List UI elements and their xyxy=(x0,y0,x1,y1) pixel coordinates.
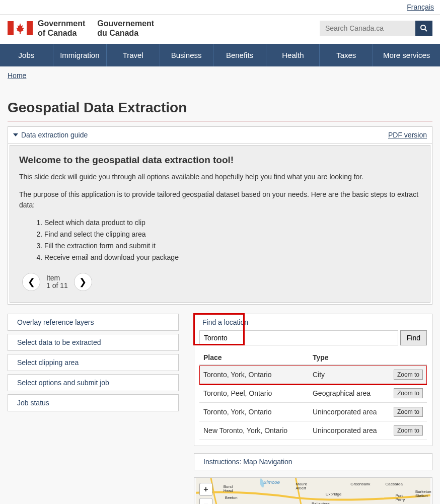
result-type: City xyxy=(309,366,382,384)
accordion-clipping[interactable]: Select clipping area xyxy=(8,354,179,371)
accordion-label: Select clipping area xyxy=(17,358,79,367)
map-svg: Simcoe Newmarket Vaughan Brampton Richmo… xyxy=(194,478,432,504)
instructions-label: Instructions: Map Navigation xyxy=(203,458,292,466)
result-row[interactable]: Toronto, York, Ontario City Zoom to xyxy=(199,366,427,384)
map-canvas[interactable]: + − xyxy=(194,477,432,504)
zoom-in-button[interactable]: + xyxy=(199,483,212,496)
chevron-down-icon xyxy=(13,133,18,136)
svg-text:Greenbank: Greenbank xyxy=(350,482,370,486)
guide-p1: This slide deck will guide you through a… xyxy=(19,172,421,182)
find-location-input[interactable] xyxy=(199,330,398,345)
nav-immigration[interactable]: Immigration xyxy=(53,44,107,66)
svg-text:Station: Station xyxy=(415,493,428,498)
result-row[interactable]: New Toronto, York, Ontario Unincorporate… xyxy=(199,421,427,440)
guide-panel: Data extraction guide PDF version Welcom… xyxy=(8,126,432,305)
result-place: Toronto, York, Ontario xyxy=(199,366,309,384)
government-brand: Government of Canada Gouvernement du Can… xyxy=(8,19,154,38)
find-button[interactable]: Find xyxy=(400,330,427,345)
canada-flag-icon xyxy=(8,21,33,35)
accordion-select-data[interactable]: Select data to be extracted xyxy=(8,334,179,351)
search-icon xyxy=(420,24,428,32)
accordion-label: Select options and submit job xyxy=(17,379,109,387)
main-nav: Jobs Immigration Travel Business Benefit… xyxy=(0,44,440,66)
breadcrumb-home[interactable]: Home xyxy=(8,71,26,80)
result-place: North Toronto, York, Ontario xyxy=(199,440,309,441)
zoom-to-button[interactable]: Zoom to xyxy=(394,425,423,436)
pager-count: 1 of 11 xyxy=(46,282,68,290)
zoom-to-button[interactable]: Zoom to xyxy=(394,370,423,380)
brand-en-line1: Government xyxy=(38,19,85,28)
chevron-right-icon: ❯ xyxy=(79,276,87,287)
result-place: Toronto, Peel, Ontario xyxy=(199,384,309,403)
accordion-label: Select data to be extracted xyxy=(17,338,101,346)
page-title: Geospatial Data Extraction xyxy=(8,100,432,116)
result-type: Unincorporated area xyxy=(309,440,382,441)
find-location-panel: Find a location Find Place Type xyxy=(194,314,432,446)
svg-text:Head: Head xyxy=(224,488,233,493)
accordion-options[interactable]: Select options and submit job xyxy=(8,374,179,391)
col-place: Place xyxy=(199,350,309,365)
chevron-left-icon: ❯ xyxy=(28,276,35,287)
result-type: Unincorporated area xyxy=(309,403,382,421)
svg-rect-1 xyxy=(27,21,33,35)
nav-jobs[interactable]: Jobs xyxy=(0,44,53,66)
search-button[interactable] xyxy=(415,21,432,36)
nav-travel[interactable]: Travel xyxy=(107,44,160,66)
accordion-label: Job status xyxy=(17,399,49,407)
nav-business[interactable]: Business xyxy=(160,44,213,66)
result-place: New Toronto, York, Ontario xyxy=(199,421,309,440)
guide-toggle[interactable]: Data extraction guide xyxy=(13,131,88,139)
accordion-overlay[interactable]: Overlay reference layers xyxy=(8,314,179,331)
find-title: Find a location xyxy=(202,318,248,326)
result-row[interactable]: Toronto, York, Ontario Unincorporated ar… xyxy=(199,403,427,421)
zoom-to-button[interactable]: Zoom to xyxy=(394,388,423,398)
find-location-toggle[interactable]: Find a location xyxy=(194,314,432,330)
svg-line-4 xyxy=(425,29,427,31)
svg-text:Perry: Perry xyxy=(395,497,405,502)
svg-point-3 xyxy=(421,25,425,30)
svg-text:Beeton: Beeton xyxy=(225,495,238,500)
svg-text:Uxbridge: Uxbridge xyxy=(326,492,342,496)
guide-p2: The purpose of this application is to pr… xyxy=(19,189,421,210)
result-row[interactable]: North Toronto, York, Ontario Unincorpora… xyxy=(199,440,427,441)
svg-rect-0 xyxy=(8,21,14,35)
language-toggle[interactable]: Français xyxy=(407,3,434,11)
result-type: Unincorporated area xyxy=(309,421,382,440)
nav-more-services[interactable]: More services xyxy=(373,44,440,66)
guide-step: Select which data product to clip xyxy=(44,218,421,228)
zoom-to-button[interactable]: Zoom to xyxy=(394,407,423,417)
svg-text:Ballantrae: Ballantrae xyxy=(312,502,330,504)
breadcrumb: Home xyxy=(0,66,440,85)
svg-text:Simcoe: Simcoe xyxy=(263,479,280,485)
pager-item-label: Item xyxy=(46,274,68,282)
result-row[interactable]: Toronto, Peel, Ontario Geographical area… xyxy=(199,384,427,403)
svg-text:Albert: Albert xyxy=(296,486,306,490)
guide-step: Fill the extraction form and submit it xyxy=(44,241,421,251)
guide-step: Find and select the clipping area xyxy=(44,229,421,240)
title-divider xyxy=(8,121,432,121)
brand-fr-line1: Gouvernement xyxy=(97,19,154,28)
brand-fr-line2: du Canada xyxy=(97,28,154,38)
nav-benefits[interactable]: Benefits xyxy=(213,44,267,66)
nav-taxes[interactable]: Taxes xyxy=(320,44,373,66)
results-scroll[interactable]: Toronto, York, Ontario City Zoom to Toro… xyxy=(199,365,427,441)
accordion-status[interactable]: Job status xyxy=(8,394,179,411)
guide-welcome: Welcome to the geospatial data extractio… xyxy=(19,155,421,166)
col-type: Type xyxy=(309,350,382,365)
svg-text:Caesarea: Caesarea xyxy=(386,482,403,486)
instructions-toggle[interactable]: Instructions: Map Navigation xyxy=(194,453,432,470)
pager-prev-button[interactable]: ❯ xyxy=(22,273,40,291)
pager-next-button[interactable]: ❯ xyxy=(74,273,92,291)
accordion-label: Overlay reference layers xyxy=(17,318,94,326)
pager-info: Item 1 of 11 xyxy=(46,274,68,290)
zoom-out-button[interactable]: − xyxy=(199,498,212,504)
result-type: Geographical area xyxy=(309,384,382,403)
result-place: Toronto, York, Ontario xyxy=(199,403,309,421)
guide-title: Data extraction guide xyxy=(21,131,88,139)
pdf-version-link[interactable]: PDF version xyxy=(388,131,427,139)
brand-en-line2: of Canada xyxy=(38,28,85,38)
nav-health[interactable]: Health xyxy=(266,44,320,66)
search-input[interactable] xyxy=(320,21,415,36)
guide-step: Receive email and download your package xyxy=(44,252,421,263)
